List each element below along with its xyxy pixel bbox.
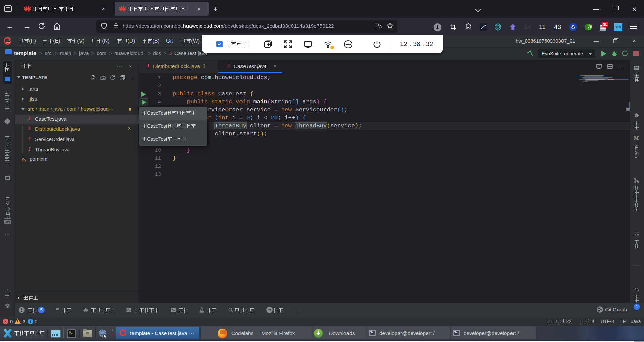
svg-text:HUAWEI: HUAWEI [26, 11, 30, 12]
svg-text:HUAWEI: HUAWEI [121, 11, 125, 12]
